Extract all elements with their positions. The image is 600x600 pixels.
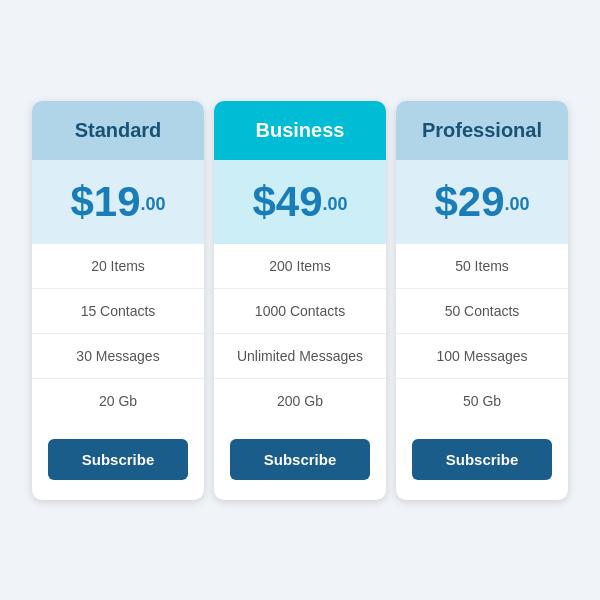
plan-card-professional: Professional$29.0050 Items50 Contacts100… <box>396 101 568 500</box>
subscribe-button-business[interactable]: Subscribe <box>230 439 370 480</box>
pricing-table: Standard$19.0020 Items15 Contacts30 Mess… <box>12 81 588 520</box>
plan-features-standard: 20 Items15 Contacts30 Messages20 Gb <box>32 244 204 423</box>
feature-row-business-2: Unlimited Messages <box>214 334 386 379</box>
feature-row-standard-1: 15 Contacts <box>32 289 204 334</box>
plan-name-business: Business <box>214 101 386 160</box>
plan-price-main-professional: $29 <box>434 178 504 225</box>
plan-price-main-standard: $19 <box>70 178 140 225</box>
subscribe-button-professional[interactable]: Subscribe <box>412 439 552 480</box>
plan-price-standard: $19.00 <box>32 160 204 244</box>
feature-row-business-0: 200 Items <box>214 244 386 289</box>
plan-card-standard: Standard$19.0020 Items15 Contacts30 Mess… <box>32 101 204 500</box>
subscribe-button-standard[interactable]: Subscribe <box>48 439 188 480</box>
plan-price-cents-business: .00 <box>323 193 348 213</box>
feature-row-standard-3: 20 Gb <box>32 379 204 423</box>
plan-card-business: Business$49.00200 Items1000 ContactsUnli… <box>214 101 386 500</box>
plan-price-cents-standard: .00 <box>141 193 166 213</box>
plan-footer-standard: Subscribe <box>32 423 204 500</box>
plan-footer-professional: Subscribe <box>396 423 568 500</box>
plan-features-professional: 50 Items50 Contacts100 Messages50 Gb <box>396 244 568 423</box>
plan-features-business: 200 Items1000 ContactsUnlimited Messages… <box>214 244 386 423</box>
feature-row-professional-2: 100 Messages <box>396 334 568 379</box>
plan-name-standard: Standard <box>32 101 204 160</box>
feature-row-business-1: 1000 Contacts <box>214 289 386 334</box>
plan-price-main-business: $49 <box>252 178 322 225</box>
feature-row-business-3: 200 Gb <box>214 379 386 423</box>
feature-row-professional-0: 50 Items <box>396 244 568 289</box>
plan-footer-business: Subscribe <box>214 423 386 500</box>
plan-price-cents-professional: .00 <box>505 193 530 213</box>
plan-price-professional: $29.00 <box>396 160 568 244</box>
feature-row-professional-3: 50 Gb <box>396 379 568 423</box>
feature-row-professional-1: 50 Contacts <box>396 289 568 334</box>
plan-price-business: $49.00 <box>214 160 386 244</box>
feature-row-standard-2: 30 Messages <box>32 334 204 379</box>
feature-row-standard-0: 20 Items <box>32 244 204 289</box>
plan-name-professional: Professional <box>396 101 568 160</box>
